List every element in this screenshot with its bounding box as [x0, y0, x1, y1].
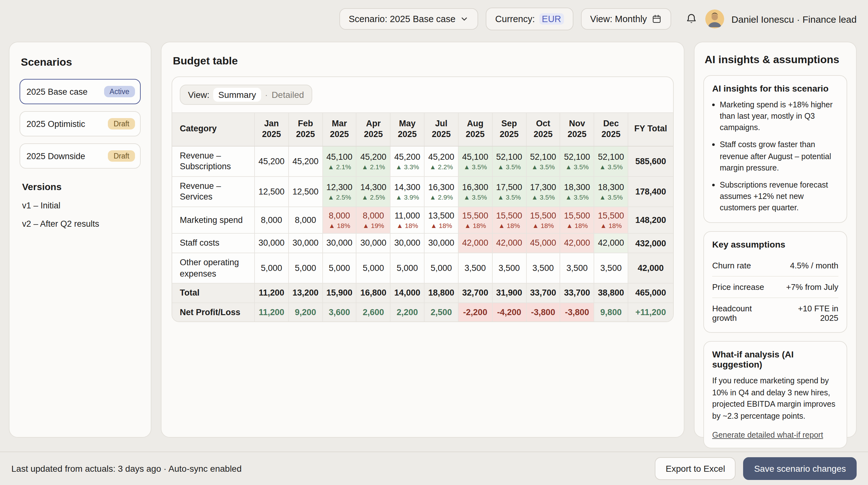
budget-cell[interactable]: 45,200: [254, 146, 288, 176]
budget-cell[interactable]: 12,500: [288, 177, 322, 206]
toggle-option-summary[interactable]: Summary: [213, 88, 261, 102]
budget-cell[interactable]: 30,000: [254, 234, 288, 253]
budget-cell[interactable]: 5,000: [390, 253, 424, 283]
budget-cell[interactable]: 42,000: [594, 234, 628, 253]
budget-cell[interactable]: 12,500: [254, 177, 288, 206]
budget-cell[interactable]: 42,000: [560, 234, 594, 253]
budget-cell[interactable]: 30,000: [356, 234, 390, 253]
budget-cell[interactable]: 5,000: [322, 253, 356, 283]
cell-value: 45,200: [394, 152, 421, 162]
footer-bar: Last updated from actuals: 3 days ago · …: [0, 452, 868, 485]
budget-cell[interactable]: 5,000: [254, 253, 288, 283]
budget-cell[interactable]: 30,000: [288, 234, 322, 253]
budget-cell[interactable]: 52,100▲ 3.5%: [560, 146, 594, 176]
budget-cell[interactable]: 15,500▲ 18%: [560, 207, 594, 233]
budget-cell[interactable]: 30,000: [424, 234, 458, 253]
generate-whatif-report-link[interactable]: Generate detailed what-if report: [712, 431, 823, 439]
cell-delta: ▲ 18%: [566, 222, 588, 230]
budget-cell[interactable]: 15,500▲ 18%: [492, 207, 526, 233]
budget-cell[interactable]: 42,000: [458, 234, 492, 253]
cell-value: 14,300: [360, 182, 386, 192]
budget-cell[interactable]: 52,100▲ 3.5%: [594, 146, 628, 176]
column-header: Feb2025: [288, 113, 322, 146]
scenario-selector[interactable]: Scenario: 2025 Base case: [339, 8, 478, 30]
notifications-bell-icon[interactable]: [685, 12, 698, 25]
bullet-text: Staff costs grow faster than revenue aft…: [720, 139, 838, 174]
budget-cell[interactable]: 42,000: [492, 234, 526, 253]
scenario-list: 2025 Base caseActive2025 OptimisticDraft…: [20, 79, 141, 169]
budget-cell[interactable]: 18,300▲ 3.5%: [594, 177, 628, 206]
budget-cell[interactable]: 45,100▲ 3.5%: [458, 146, 492, 176]
cell-value: 14,300: [394, 182, 421, 192]
cell-value: 45,100: [327, 152, 352, 162]
budget-cell[interactable]: 14,300▲ 2.5%: [356, 177, 390, 206]
assumption-label: Churn rate: [712, 261, 751, 270]
budget-cell[interactable]: 45,000: [526, 234, 560, 253]
cell-value: 45,100: [462, 152, 488, 162]
view-period-selector[interactable]: View: Monthly: [581, 8, 671, 30]
top-bar: Scenario: 2025 Base case Currency: EUR V…: [0, 0, 868, 38]
budget-cell[interactable]: 30,000: [322, 234, 356, 253]
cell-value: 30,000: [428, 238, 455, 248]
budget-cell[interactable]: 3,500: [458, 253, 492, 283]
budget-cell[interactable]: 15,500▲ 18%: [594, 207, 628, 233]
budget-cell[interactable]: 12,300▲ 2.5%: [322, 177, 356, 206]
scenarios-sidebar: Scenarios 2025 Base caseActive2025 Optim…: [9, 42, 151, 438]
bullet-text: Marketing spend is +18% higher than last…: [720, 99, 838, 134]
cell-value: 11,200: [259, 307, 284, 317]
budget-cell[interactable]: 8,000: [288, 207, 322, 233]
budget-cell[interactable]: 18,300▲ 3.5%: [560, 177, 594, 206]
scenario-item[interactable]: 2025 OptimisticDraft: [20, 111, 141, 136]
app-window: Scenario: 2025 Base case Currency: EUR V…: [0, 0, 868, 485]
toggle-option-detailed[interactable]: Detailed: [272, 90, 304, 100]
assumption-row: Headcount growth+10 FTE in 2025: [712, 298, 838, 324]
net-cell: -3,800: [526, 303, 560, 321]
scenario-item[interactable]: 2025 Base caseActive: [20, 79, 141, 104]
budget-cell[interactable]: 45,200▲ 3.3%: [390, 146, 424, 176]
budget-cell[interactable]: 15,500▲ 18%: [526, 207, 560, 233]
budget-cell[interactable]: 52,100▲ 3.5%: [526, 146, 560, 176]
budget-cell[interactable]: 45,200▲ 2.1%: [356, 146, 390, 176]
budget-cell[interactable]: 14,300▲ 3.9%: [390, 177, 424, 206]
budget-cell[interactable]: 45,200▲ 2.2%: [424, 146, 458, 176]
budget-cell[interactable]: 3,500: [594, 253, 628, 283]
budget-cell[interactable]: 5,000: [424, 253, 458, 283]
budget-cell[interactable]: 3,500: [526, 253, 560, 283]
cell-value: 15,500: [564, 211, 590, 221]
budget-cell[interactable]: 52,100▲ 3.5%: [492, 146, 526, 176]
table-body: Revenue – Subscriptions45,20045,20045,10…: [172, 146, 673, 322]
fy-total-header: FY Total: [628, 113, 673, 146]
scenario-item[interactable]: 2025 DownsideDraft: [20, 143, 141, 169]
budget-cell[interactable]: 30,000: [390, 234, 424, 253]
budget-cell[interactable]: 8,000▲ 18%: [322, 207, 356, 233]
cell-value: 9,200: [295, 307, 316, 317]
user-avatar[interactable]: [705, 9, 724, 28]
ai-insights-card: AI insights for this scenario Marketing …: [703, 75, 847, 223]
budget-cell[interactable]: 3,500: [560, 253, 594, 283]
cell-value: 15,500: [496, 211, 522, 221]
budget-cell[interactable]: 8,000: [254, 207, 288, 233]
budget-cell[interactable]: 5,000: [288, 253, 322, 283]
budget-cell[interactable]: 17,500▲ 3.5%: [492, 177, 526, 206]
cell-value: 30,000: [292, 238, 318, 248]
column-header: Sep2025: [492, 113, 526, 146]
budget-cell[interactable]: 15,500▲ 18%: [458, 207, 492, 233]
budget-cell[interactable]: 16,300▲ 3.5%: [458, 177, 492, 206]
budget-cell[interactable]: 45,100▲ 2.1%: [322, 146, 356, 176]
version-item[interactable]: v1 – Initial: [22, 201, 141, 210]
export-to-excel-button[interactable]: Export to Excel: [655, 457, 736, 480]
budget-cell[interactable]: 17,300▲ 3.5%: [526, 177, 560, 206]
currency-selector[interactable]: Currency: EUR: [486, 7, 573, 30]
budget-table-card: View: Summary · Detailed CategoryJan2025…: [172, 77, 674, 322]
budget-main-panel: Budget table View: Summary · Detailed Ca…: [161, 42, 684, 438]
budget-cell[interactable]: 11,000▲ 18%: [390, 207, 424, 233]
save-scenario-changes-button[interactable]: Save scenario changes: [743, 457, 857, 480]
budget-cell[interactable]: 16,300▲ 2.9%: [424, 177, 458, 206]
summary-detailed-toggle[interactable]: View: Summary · Detailed: [180, 85, 312, 105]
budget-cell[interactable]: 13,500▲ 18%: [424, 207, 458, 233]
budget-cell[interactable]: 45,200: [288, 146, 322, 176]
budget-cell[interactable]: 5,000: [356, 253, 390, 283]
version-item[interactable]: v2 – After Q2 results: [22, 219, 141, 229]
budget-cell[interactable]: 8,000▲ 19%: [356, 207, 390, 233]
budget-cell[interactable]: 3,500: [492, 253, 526, 283]
